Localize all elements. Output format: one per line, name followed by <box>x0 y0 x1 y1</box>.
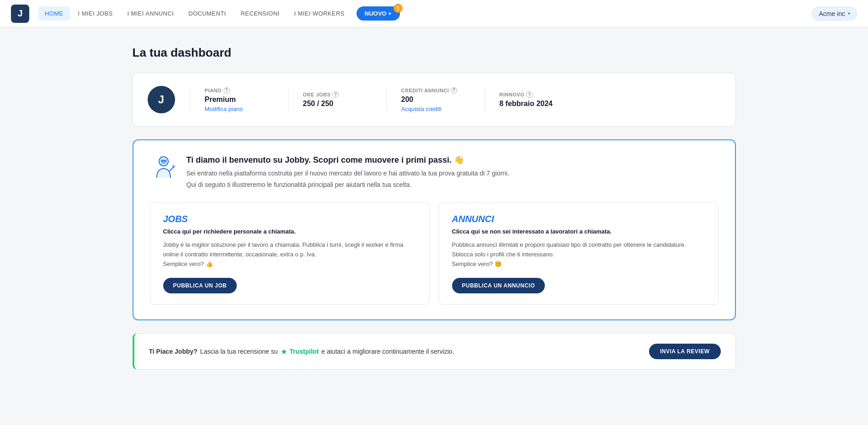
svg-point-8 <box>172 165 175 168</box>
annunci-sub-card: ANNUNCI Clicca qui se non sei interessat… <box>439 202 719 305</box>
rinnovo-label: RINNOVO ? <box>500 91 568 98</box>
pubblica-job-button[interactable]: PUBBLICA UN JOB <box>163 278 237 293</box>
pubblica-annuncio-button[interactable]: PUBBLICA UN ANNUNCIO <box>452 278 545 293</box>
divider-1 <box>190 88 190 111</box>
ore-help[interactable]: ? <box>332 91 339 98</box>
jobs-card-subtitle: Clicca qui per richiedere personale a ch… <box>163 228 416 235</box>
annunci-card-desc: Pubblica annunci illimitati e proponi qu… <box>452 240 705 269</box>
welcome-card: Ti diamo il benvenuto su Jobby. Scopri c… <box>133 139 736 320</box>
annunci-card-subtitle: Clicca qui se non sei interessato a lavo… <box>452 228 705 235</box>
nav-workers[interactable]: I MIEI WORKERS <box>288 6 351 21</box>
crediti-section: CREDITI ANNUNCI ? 200 Acquista crediti <box>401 87 470 112</box>
info-card: J PIANO ? Premium Modifica piano ORE JOB… <box>133 73 736 127</box>
review-text-pre: Ti Piace Jobby? <box>149 348 197 355</box>
nav-jobs[interactable]: I MIEI JOBS <box>72 6 119 21</box>
trustpilot-star-icon: ★ <box>281 347 287 356</box>
piano-value: Premium <box>205 96 273 104</box>
nav-annunci[interactable]: I MIEI ANNUNCI <box>121 6 181 21</box>
review-card: Ti Piace Jobby? Lascia la tua recensione… <box>133 333 736 370</box>
welcome-subtitle-2: Qui di seguito ti illustreremo le funzio… <box>186 180 510 190</box>
main-content: La tua dashboard J PIANO ? Premium Modif… <box>114 27 754 401</box>
jobs-card-desc: Jobby è la miglior soluzione per il lavo… <box>163 240 416 269</box>
welcome-sub-cards: JOBS Clicca qui per richiedere personale… <box>150 202 719 305</box>
trustpilot-name[interactable]: Trustpilot <box>290 348 319 355</box>
ore-label: ORE JOBS ? <box>303 91 372 98</box>
account-menu[interactable]: Acme inc ▾ <box>812 7 857 21</box>
app-logo[interactable]: J <box>11 5 29 23</box>
ore-section: ORE JOBS ? 250 / 250 <box>303 91 372 108</box>
nav-documenti[interactable]: DOCUMENTI <box>182 6 232 21</box>
piano-help[interactable]: ? <box>224 87 230 94</box>
review-text-mid: Lascia la tua recensione su <box>200 348 278 355</box>
annunci-card-title: ANNUNCI <box>452 214 705 224</box>
review-text-post: e aiutaci a migliorare continuamente il … <box>321 348 454 355</box>
crediti-help[interactable]: ? <box>451 87 457 94</box>
nuovo-badge: 1 <box>394 4 403 13</box>
crediti-value: 200 <box>401 96 470 104</box>
jobs-card-title: JOBS <box>163 214 416 224</box>
crediti-label: CREDITI ANNUNCI ? <box>401 87 470 94</box>
chevron-down-icon: ▾ <box>848 11 850 16</box>
page-title: La tua dashboard <box>133 46 736 60</box>
piano-link[interactable]: Modifica piano <box>205 106 273 112</box>
navbar: J HOME I MIEI JOBS I MIEI ANNUNCI DOCUME… <box>0 0 868 27</box>
rinnovo-value: 8 febbraio 2024 <box>500 100 568 108</box>
welcome-header: Ti diamo il benvenuto su Jobby. Scopri c… <box>150 155 719 190</box>
welcome-subtitle-1: Sei entrato nella piattaforma costruita … <box>186 169 510 178</box>
account-name: Acme inc <box>819 10 845 17</box>
invia-review-button[interactable]: INVIA LA REVIEW <box>649 344 721 359</box>
welcome-title: Ti diamo il benvenuto su Jobby. Scopri c… <box>186 155 510 165</box>
nav-home[interactable]: HOME <box>38 6 70 21</box>
rinnovo-section: RINNOVO ? 8 febbraio 2024 <box>500 91 568 108</box>
welcome-illustration-icon <box>150 155 177 182</box>
welcome-text: Ti diamo il benvenuto su Jobby. Scopri c… <box>186 155 510 190</box>
nuovo-label: NUOVO + <box>365 10 392 17</box>
divider-4 <box>485 88 485 111</box>
review-text: Ti Piace Jobby? Lascia la tua recensione… <box>149 347 454 356</box>
nav-recensioni[interactable]: RECENSIONI <box>234 6 286 21</box>
nuovo-button[interactable]: NUOVO + 1 <box>357 6 400 21</box>
divider-2 <box>288 88 288 111</box>
divider-3 <box>386 88 387 111</box>
nav-links: HOME I MIEI JOBS I MIEI ANNUNCI DOCUMENT… <box>38 6 812 21</box>
ore-value: 250 / 250 <box>303 100 372 108</box>
piano-label: PIANO ? <box>205 87 273 94</box>
user-avatar: J <box>148 86 175 113</box>
jobs-sub-card: JOBS Clicca qui per richiedere personale… <box>150 202 430 305</box>
rinnovo-help[interactable]: ? <box>526 91 533 98</box>
crediti-link[interactable]: Acquista crediti <box>401 106 470 112</box>
piano-section: PIANO ? Premium Modifica piano <box>205 87 273 112</box>
